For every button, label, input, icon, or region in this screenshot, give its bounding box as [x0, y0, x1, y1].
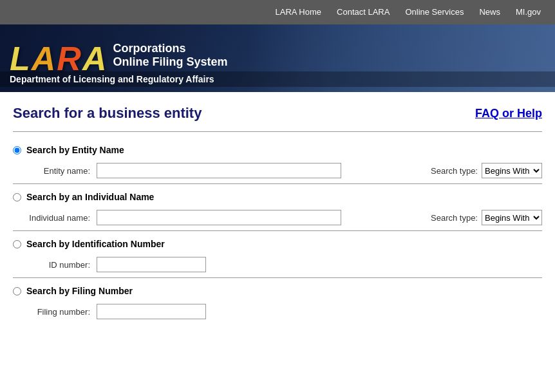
nav-lara-home[interactable]: LARA Home — [268, 0, 330, 24]
nav-online-services[interactable]: Online Services — [397, 0, 471, 24]
id-number-field-label: ID number: — [26, 260, 90, 270]
individual-search-type-group: Search type: Begins With Contains Exact … — [431, 210, 542, 225]
individual-search-type-select[interactable]: Begins With Contains Exact Match — [482, 210, 542, 225]
filing-number-label: Search by Filing Number — [26, 286, 133, 296]
id-number-label: Search by Identification Number — [26, 239, 165, 249]
entity-search-type-select[interactable]: Begins With Contains Exact Match — [482, 163, 542, 178]
main-content: Search for a business entity FAQ or Help… — [0, 92, 555, 337]
id-number-input[interactable] — [97, 257, 206, 272]
id-number-header: Search by Identification Number — [13, 239, 542, 249]
lara-acronym: LARA — [10, 42, 108, 75]
entity-name-input[interactable] — [97, 163, 341, 178]
banner-title-line1: Corporations — [113, 42, 227, 56]
entity-name-field-label: Entity name: — [26, 166, 90, 176]
id-number-section: Search by Identification Number ID numbe… — [13, 231, 542, 278]
page-header: Search for a business entity FAQ or Help — [13, 105, 542, 122]
individual-name-header: Search by an Individual Name — [13, 192, 542, 202]
entity-name-radio[interactable] — [13, 146, 21, 154]
entity-name-label: Search by Entity Name — [26, 145, 124, 155]
individual-search-type-label: Search type: — [431, 213, 478, 223]
header-divider — [13, 131, 542, 132]
individual-name-section: Search by an Individual Name Individual … — [13, 184, 542, 231]
nav-news[interactable]: News — [471, 0, 508, 24]
nav-mi-gov[interactable]: MI.gov — [508, 0, 549, 24]
filing-number-field-label: Filing number: — [26, 307, 90, 317]
entity-name-field-row: Entity name: Search type: Begins With Co… — [13, 163, 542, 178]
entity-name-header: Search by Entity Name — [13, 145, 542, 155]
filing-number-radio[interactable] — [13, 287, 21, 295]
individual-name-radio[interactable] — [13, 193, 21, 201]
individual-name-field-row: Individual name: Search type: Begins Wit… — [13, 210, 542, 225]
header-banner: LARA Corporations Online Filing System D… — [0, 24, 555, 92]
id-number-field-row: ID number: — [13, 257, 542, 272]
nav-contact-lara[interactable]: Contact LARA — [329, 0, 397, 24]
individual-name-input[interactable] — [97, 210, 341, 225]
filing-number-section: Search by Filing Number Filing number: — [13, 278, 542, 324]
individual-name-label: Search by an Individual Name — [26, 192, 154, 202]
lara-logo: LARA Corporations Online Filing System — [10, 42, 227, 75]
top-navigation: LARA Home Contact LARA Online Services N… — [0, 0, 555, 24]
banner-title: Corporations Online Filing System — [113, 42, 227, 70]
entity-name-section: Search by Entity Name Entity name: Searc… — [13, 137, 542, 184]
entity-search-type-label: Search type: — [431, 166, 478, 176]
filing-number-header: Search by Filing Number — [13, 286, 542, 296]
faq-link[interactable]: FAQ or Help — [475, 107, 542, 120]
individual-name-field-label: Individual name: — [26, 213, 90, 223]
filing-number-input[interactable] — [97, 304, 206, 319]
page-title: Search for a business entity — [13, 105, 202, 122]
banner-title-line2: Online Filing System — [113, 55, 227, 70]
filing-number-field-row: Filing number: — [13, 304, 542, 319]
id-number-radio[interactable] — [13, 240, 21, 248]
entity-search-type-group: Search type: Begins With Contains Exact … — [431, 163, 542, 178]
